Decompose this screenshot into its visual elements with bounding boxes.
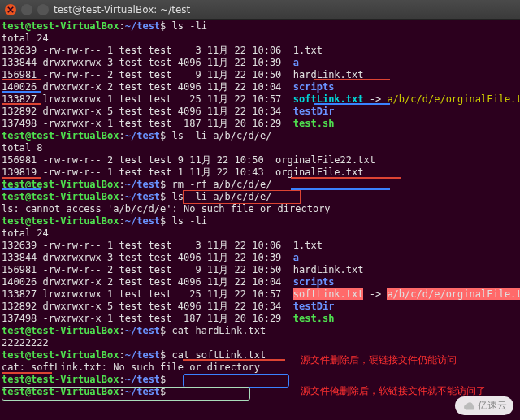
ls-row: 137498 -rwxrwxr-x 1 test test 187 11月 20…: [2, 118, 518, 130]
prompt-line: test@test-VirtualBox:~/test$ ls -li: [2, 20, 518, 32]
ls-row: 133827 lrwxrwxrwx 1 test test 25 11月 22 …: [2, 288, 518, 301]
link-target: a/b/c/d/e/orginalFile.txt: [387, 93, 520, 105]
underline-annotation: [314, 79, 390, 80]
box-annotation: [183, 374, 289, 388]
ls-row: 156981 -rw-rw-r-- 2 test test 9 11月 22 1…: [2, 154, 518, 167]
box-annotation: [2, 387, 250, 401]
file-name: softLink.txt: [293, 288, 364, 300]
file-name: a: [293, 252, 299, 263]
file-name: 1.txt: [293, 240, 323, 251]
file-name: test.sh: [293, 118, 335, 129]
total-line: total 8: [2, 142, 518, 154]
underline-annotation: [314, 103, 390, 105]
annotation-note: 源文件删除后，硬链接文件仍能访问: [301, 354, 457, 366]
total-line: total 24: [2, 32, 518, 45]
underline-annotation: [2, 91, 41, 93]
ls-row: 132639 -rw-rw-r-- 1 test test 3 11月 22 1…: [2, 45, 518, 57]
ls-row: 140026 drwxrwxr-x 2 test test 4096 11月 2…: [2, 276, 518, 288]
ls-row: 132892 drwxrwxr-x 5 test test 4096 11月 2…: [2, 301, 518, 313]
underline-annotation: [2, 372, 52, 374]
window-title: test@test-VirtualBox: ~/test: [54, 4, 190, 16]
annotation-note: 源文件俺删除后，软链接文件就不能访问了: [301, 385, 486, 396]
file-name: a: [293, 57, 299, 68]
ls-row: 133844 drwxrwxrwx 3 test test 4096 11月 2…: [2, 57, 518, 69]
ls-row: 156981 -rw-rw-r-- 2 test test 9 11月 22 1…: [2, 264, 518, 276]
file-name: 1.txt: [293, 45, 323, 56]
underline-annotation: [2, 177, 41, 179]
maximize-icon[interactable]: [37, 4, 49, 15]
prompt-line: test@test-VirtualBox:~/test$ rm -rf a/b/…: [2, 179, 518, 191]
underline-annotation: [2, 103, 41, 105]
error-line: ls: cannot access 'a/b/c/d/e': No such f…: [2, 203, 518, 215]
titlebar: test@test-VirtualBox: ~/test: [0, 0, 520, 20]
ls-row: 132639 -rw-rw-r-- 1 test test 3 11月 22 1…: [2, 240, 518, 252]
file-name: test.sh: [293, 313, 335, 324]
underline-annotation: [2, 188, 41, 190]
ls-row: 133844 drwxrwxrwx 3 test test 4096 11月 2…: [2, 252, 518, 264]
ls-row: 132892 drwxrwxr-x 5 test test 4096 11月 2…: [2, 106, 518, 118]
file-name: scripts: [293, 81, 335, 93]
underline-annotation: [2, 79, 41, 80]
ls-row: 139819 -rw-rw-r-- 1 test test 1 11月 22 1…: [2, 167, 518, 179]
minimize-icon[interactable]: [21, 4, 32, 15]
ls-row: 156981 -rw-rw-r-- 2 test test 9 11月 22 1…: [2, 69, 518, 81]
terminal[interactable]: test@test-VirtualBox:~/test$ ls -li tota…: [0, 20, 520, 398]
file-name: hardLink.txt: [293, 264, 364, 275]
file-name: testDir: [293, 301, 335, 312]
prompt-line: test@test-VirtualBox:~/test$ cat hardLin…: [2, 325, 518, 337]
prompt-line: test@test-VirtualBox:~/test$ ls -li: [2, 215, 518, 227]
cat-output: 22222222: [2, 337, 518, 349]
underline-annotation: [183, 359, 285, 361]
watermark: 亿速云: [455, 396, 514, 415]
file-name: orginalFile.txt: [275, 167, 363, 178]
close-icon[interactable]: [5, 4, 16, 15]
box-annotation: [183, 190, 301, 204]
underline-annotation: [291, 188, 390, 190]
file-name: testDir: [293, 106, 335, 117]
underline-annotation: [291, 177, 401, 179]
ls-row: 137498 -rwxrwxr-x 1 test test 187 11月 20…: [2, 313, 518, 325]
cloud-icon: [462, 401, 476, 412]
ls-row: 140026 drwxrwxr-x 2 test test 4096 11月 2…: [2, 81, 518, 93]
total-line: total 24: [2, 227, 518, 240]
file-name: scripts: [293, 276, 335, 288]
prompt-line: test@test-VirtualBox:~/test$ ls -li a/b/…: [2, 130, 518, 142]
link-target: a/b/c/d/e/orginalFile.txt: [387, 288, 520, 300]
ls-row: 133827 lrwxrwxrwx 1 test test 25 11月 22 …: [2, 93, 518, 106]
file-name: orginalFile22.txt: [275, 154, 375, 166]
